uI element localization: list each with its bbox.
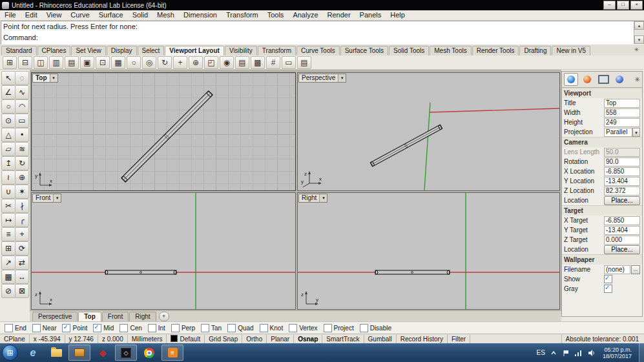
viewport-tab[interactable]: Right xyxy=(129,312,156,321)
projection-select[interactable]: Parallel xyxy=(604,128,632,137)
command-scrollbar[interactable]: ▲ ▼ xyxy=(634,21,644,44)
command-prompt[interactable]: Command: xyxy=(1,32,644,43)
viewport-layout-2v-icon[interactable]: ◫ xyxy=(34,56,48,69)
checkbox[interactable] xyxy=(260,324,268,332)
y-location-field[interactable]: -13.404 xyxy=(604,177,640,186)
checkbox[interactable] xyxy=(360,324,368,332)
command-area[interactable]: Point for next radius. Press Enter for n… xyxy=(1,21,644,46)
toolbar-tab[interactable]: Select xyxy=(138,46,165,55)
background-bitmap-icon[interactable]: ▩ xyxy=(251,56,265,69)
display-tab[interactable] xyxy=(596,73,610,86)
place-target-button[interactable]: Place... xyxy=(604,245,640,254)
explode-icon[interactable]: ✶ xyxy=(15,185,29,199)
front-view-canvas[interactable] xyxy=(32,193,295,309)
osnap-option[interactable]: Cen xyxy=(119,324,141,332)
checkbox[interactable] xyxy=(148,324,156,332)
revolve-icon[interactable]: ↻ xyxy=(15,156,29,170)
grid-options-icon[interactable]: # xyxy=(266,56,280,69)
panel-gear-icon[interactable]: ✳ xyxy=(634,75,640,84)
point-icon[interactable]: • xyxy=(15,128,29,142)
viewport-layout-4-icon[interactable]: ⊞ xyxy=(3,56,17,69)
toolbar-tab[interactable]: Display xyxy=(107,46,137,55)
osnap-option[interactable]: Perp xyxy=(171,324,195,332)
curve-icon[interactable]: ∿ xyxy=(15,85,29,99)
rotate-view-icon[interactable]: ↻ xyxy=(158,56,172,69)
menu-item[interactable]: Dimension xyxy=(179,10,222,20)
scroll-down-icon[interactable]: ▼ xyxy=(634,35,644,44)
menu-item[interactable]: File xyxy=(0,10,21,20)
dimension-icon[interactable]: ↔ xyxy=(15,270,29,284)
x-target-field[interactable]: -6.850 xyxy=(604,216,640,225)
circle-icon[interactable]: ○ xyxy=(1,99,16,114)
layer-indicator[interactable]: Default xyxy=(167,335,205,344)
osnap-option[interactable]: Int xyxy=(148,324,165,332)
new-viewport-tab-button[interactable]: + xyxy=(159,312,169,321)
start-button[interactable]: ⊞ xyxy=(2,345,18,361)
mirror-icon[interactable]: ⇄ xyxy=(15,256,29,270)
toolbar-tab[interactable]: New in V5 xyxy=(552,46,590,55)
menu-item[interactable]: View xyxy=(42,10,67,20)
array-icon[interactable]: ▦ xyxy=(1,270,16,284)
lasso-select-icon[interactable]: ◌ xyxy=(15,71,29,85)
viewport-properties-icon[interactable]: ▦ xyxy=(111,56,125,69)
set-cplane-icon[interactable]: ◰ xyxy=(204,56,218,69)
plane-icon[interactable]: ▱ xyxy=(1,142,16,156)
title-field[interactable]: Top xyxy=(604,99,640,108)
tool-app-taskbar-button[interactable] xyxy=(68,345,90,361)
units-indicator[interactable]: Millimeters xyxy=(128,335,167,344)
chevron-down-icon[interactable]: ▼ xyxy=(53,194,61,202)
z-location-field[interactable]: 82.372 xyxy=(604,186,640,196)
checkbox[interactable] xyxy=(201,324,209,332)
chevron-down-icon[interactable]: ▼ xyxy=(632,128,640,137)
hide-icon[interactable]: ⊘ xyxy=(1,284,16,298)
viewport-front-title[interactable]: Front ▼ xyxy=(32,194,61,203)
show-wallpaper-checkbox[interactable] xyxy=(604,275,612,283)
rhino-taskbar-button[interactable]: ◇ xyxy=(115,345,137,361)
boolean-icon[interactable]: ⊕ xyxy=(15,170,29,185)
toolbar-options-icon[interactable]: ✳ xyxy=(634,46,639,53)
explorer-taskbar-button[interactable] xyxy=(45,345,67,361)
gray-wallpaper-checkbox[interactable] xyxy=(604,285,612,293)
osnap-option[interactable]: Knot xyxy=(260,324,284,332)
menu-item[interactable]: Analyze xyxy=(288,10,322,20)
status-pane[interactable]: SmartTrack xyxy=(322,335,364,344)
select-icon[interactable]: ↖ xyxy=(1,71,16,85)
minimize-button[interactable]: – xyxy=(603,1,616,10)
cplane-button[interactable]: CPlane xyxy=(0,335,30,344)
osnap-option[interactable]: Project xyxy=(324,324,354,332)
chevron-down-icon[interactable]: ▼ xyxy=(319,194,327,202)
menu-item[interactable]: Panels xyxy=(355,10,386,20)
loft-icon[interactable]: ≋ xyxy=(15,142,29,156)
taskbar-clock[interactable]: 05:20 p.m. 18/07/2017 xyxy=(600,347,634,359)
perspective-view-canvas[interactable] xyxy=(298,73,559,190)
osnap-option[interactable]: End xyxy=(5,324,26,332)
status-pane[interactable]: Planar xyxy=(267,335,294,344)
height-field[interactable]: 249 xyxy=(604,118,640,127)
status-pane[interactable]: Record History xyxy=(397,335,448,344)
toolbar-tab[interactable]: Visibility xyxy=(225,46,257,55)
viewport-maximize-icon[interactable]: ▣ xyxy=(80,56,94,69)
viewport-float-icon[interactable]: ⊡ xyxy=(96,56,110,69)
rotation-field[interactable]: 90.0 xyxy=(604,157,640,166)
checkbox[interactable] xyxy=(119,324,128,332)
chevron-down-icon[interactable]: ▼ xyxy=(338,74,346,82)
status-pane[interactable]: Filter xyxy=(448,335,470,344)
checkbox[interactable] xyxy=(324,324,332,332)
network-icon[interactable] xyxy=(574,349,583,357)
extend-icon[interactable]: ↦ xyxy=(1,213,16,227)
action-center-flag-icon[interactable] xyxy=(562,349,570,357)
viewport-layout-2h-icon[interactable]: ⊟ xyxy=(18,56,32,69)
viewport-tab[interactable]: Front xyxy=(102,312,129,321)
layers-tab[interactable] xyxy=(580,73,594,86)
menu-item[interactable]: Help xyxy=(386,10,410,20)
polygon-icon[interactable]: △ xyxy=(1,128,16,142)
lock-icon[interactable]: ⊠ xyxy=(15,284,29,298)
checkbox[interactable] xyxy=(227,324,236,332)
help-tab[interactable] xyxy=(612,73,627,86)
osnap-option[interactable]: Mid xyxy=(93,324,114,332)
toolbar-tab[interactable]: Set View xyxy=(71,46,105,55)
restore-button[interactable]: □ xyxy=(617,1,629,10)
menu-item[interactable]: Curve xyxy=(66,10,94,20)
print-icon[interactable]: ▤ xyxy=(297,56,311,69)
camera-icon[interactable]: ◉ xyxy=(220,56,234,69)
